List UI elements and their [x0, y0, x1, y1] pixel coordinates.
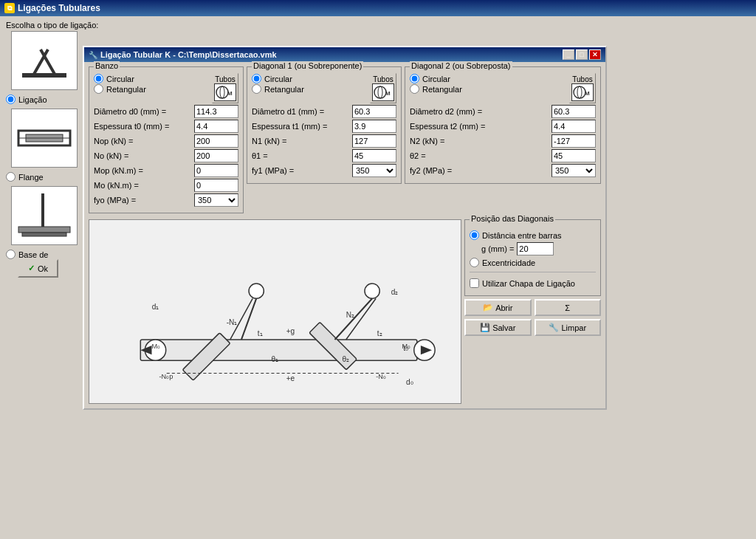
base-radio[interactable]	[6, 250, 16, 259]
main-diagram: t₁ t₂ t₀ d₀ d₁ d₂	[89, 220, 461, 403]
svg-text:M: M	[585, 90, 590, 97]
close-button[interactable]: ✕	[589, 49, 601, 60]
diag2-circular-row[interactable]: Circular	[410, 74, 462, 83]
minimize-button[interactable]: _	[563, 49, 574, 60]
svg-point-29	[249, 284, 264, 298]
field-label: fy1 (MPa) =	[252, 166, 350, 175]
banzo-tubos-label: Tubos	[215, 75, 235, 83]
diag2-retangular-label: Retangular	[422, 85, 462, 94]
svg-text:-N₁: -N₁	[227, 318, 238, 326]
chapa-check-row[interactable]: Utilizar Chapa de Ligação	[470, 278, 596, 288]
chapa-checkbox[interactable]	[470, 278, 479, 288]
bottom-area: t₁ t₂ t₀ d₀ d₁ d₂	[89, 219, 601, 404]
field-input[interactable]	[551, 149, 596, 162]
banzo-legend: Banzo	[94, 61, 120, 70]
field-input[interactable]	[194, 105, 238, 118]
field-input[interactable]	[194, 134, 238, 148]
abrir-icon: 📂	[483, 303, 493, 312]
field-input[interactable]	[352, 149, 396, 162]
diag2-circular-radio[interactable]	[410, 74, 419, 83]
diag1-retangular-label: Retangular	[264, 85, 304, 94]
diag1-retangular-row[interactable]: Retangular	[252, 84, 304, 94]
banzo-tubos[interactable]: Tubos M	[212, 73, 238, 103]
ligacao-label: Ligação	[18, 95, 47, 104]
field-input[interactable]	[194, 120, 238, 133]
panels-row: Banzo Circular Retangular	[89, 66, 601, 216]
ligacao-radio[interactable]	[6, 95, 16, 104]
ok-button[interactable]: ✓ Ok	[18, 259, 58, 278]
field-input[interactable]	[352, 120, 396, 133]
svg-text:M: M	[385, 90, 391, 97]
field-label: Espessura t0 (mm) =	[94, 122, 192, 131]
field-input[interactable]	[194, 149, 238, 162]
flange-radio-option[interactable]: Flange	[6, 172, 83, 182]
diag2-circular-label: Circular	[422, 75, 450, 83]
abrir-button[interactable]: 📂 Abrir	[464, 299, 532, 316]
field-select[interactable]: 350	[194, 193, 238, 207]
banzo-circular-radio[interactable]	[94, 74, 103, 83]
dialog-body: Banzo Circular Retangular	[84, 62, 605, 408]
field-row: Mo (kN.m) =	[94, 179, 238, 192]
diag1-circular-row[interactable]: Circular	[252, 74, 304, 83]
ligacao-image[interactable]	[11, 31, 78, 90]
field-row: Diâmetro d2 (mm) =	[410, 105, 596, 118]
banzo-retangular-row[interactable]: Retangular	[94, 84, 146, 94]
field-input[interactable]	[551, 120, 596, 133]
diag1-radio-group: Circular Retangular	[252, 73, 304, 95]
limpar-button[interactable]: 🔧 Limpar	[535, 319, 602, 336]
diag1-tubos-label: Tubos	[373, 75, 393, 83]
field-row: Espessura t2 (mm) =	[410, 120, 596, 133]
excentricidade-radio-row[interactable]: Excentricidade	[470, 258, 596, 267]
posicao-fieldset: Posição das Diagonais Distância entre ba…	[464, 219, 601, 296]
diag1-circular-radio[interactable]	[252, 74, 261, 83]
flange-image[interactable]	[11, 109, 78, 168]
dialog-controls: _ □ ✕	[563, 49, 601, 60]
g-label: g (mm) =	[481, 244, 514, 253]
field-select[interactable]: 350	[352, 164, 396, 177]
sigma-button[interactable]: Σ	[535, 299, 602, 316]
field-row: fy1 (MPa) =350	[252, 164, 396, 177]
field-row: Mop (kN.m) =	[94, 164, 238, 177]
svg-line-2	[41, 49, 55, 75]
base-image[interactable]	[11, 186, 78, 245]
banzo-tubos-logo: M	[214, 83, 236, 101]
btn-row-1: 📂 Abrir Σ	[464, 299, 601, 316]
field-row: fyo (MPa) =350	[94, 193, 238, 207]
diag1-retangular-radio[interactable]	[252, 84, 261, 94]
distancia-radio[interactable]	[470, 230, 479, 240]
field-input[interactable]	[194, 164, 238, 177]
ligacao-radio-option[interactable]: Ligação	[6, 95, 83, 104]
field-input[interactable]	[352, 134, 396, 148]
field-select[interactable]: 350	[551, 164, 596, 177]
banzo-circular-label: Circular	[106, 75, 134, 83]
field-row: Diâmetro d0 (mm) =	[94, 105, 238, 118]
right-panel: Posição das Diagonais Distância entre ba…	[464, 219, 601, 404]
svg-point-12	[374, 86, 386, 98]
field-label: Diâmetro d1 (mm) =	[252, 107, 350, 116]
field-input[interactable]	[352, 105, 396, 118]
field-row: N1 (kN) =	[252, 134, 396, 148]
g-input[interactable]	[517, 242, 554, 255]
diag2-retangular-radio[interactable]	[410, 84, 419, 94]
base-radio-option[interactable]: Base de	[6, 250, 83, 259]
excentricidade-radio[interactable]	[470, 258, 479, 267]
banzo-retangular-radio[interactable]	[94, 84, 103, 94]
banzo-circular-row[interactable]: Circular	[94, 74, 146, 83]
diag1-tubos[interactable]: Tubos M	[370, 73, 396, 103]
diag2-tubos-label: Tubos	[572, 75, 592, 83]
maximize-button[interactable]: □	[576, 49, 588, 60]
field-input[interactable]	[194, 179, 238, 192]
app-titlebar: ⧉ Ligações Tubulares	[0, 0, 756, 16]
svg-text:M₀: M₀	[402, 343, 411, 350]
diag2-retangular-row[interactable]: Retangular	[410, 84, 462, 94]
app-body: Escolha o tipo de ligação:	[0, 16, 756, 40]
field-row: θ1 =	[252, 149, 396, 162]
distancia-radio-row[interactable]: Distância entre barras	[470, 230, 596, 240]
diag2-tubos[interactable]: Tubos M	[569, 73, 596, 103]
field-input[interactable]	[551, 134, 596, 148]
flange-radio[interactable]	[6, 172, 16, 182]
diag2-radio-group: Circular Retangular	[410, 73, 462, 95]
salvar-button[interactable]: 💾 Salvar	[464, 319, 532, 336]
limpar-icon: 🔧	[549, 323, 559, 332]
field-input[interactable]	[551, 105, 596, 118]
